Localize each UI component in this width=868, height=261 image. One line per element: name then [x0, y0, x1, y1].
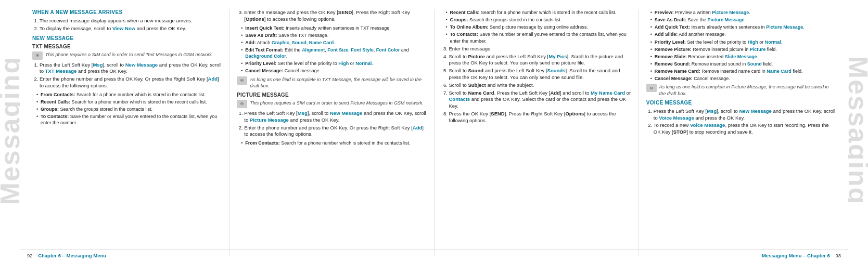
column-4: Preview: Preview a written Picture Messa… [639, 9, 843, 256]
list-item: Groups: Search the groups stored in the … [446, 17, 631, 23]
list-item: Add: Attach Graphic, Sound, Name Card. [241, 40, 426, 46]
footer-left-chapter: Chapter 6 – Messaging Menu [38, 253, 106, 258]
list-item: Remove Sound: Remove inserted sound in S… [650, 61, 836, 67]
col4-options: Preview: Preview a written Picture Messa… [646, 9, 836, 82]
section1-title: WHEN A NEW MESSAGE ARRIVES [32, 9, 222, 15]
list-item: To Online Album: Send picture message by… [446, 24, 631, 30]
note-box-4: ✉ As long as one field is complete in Pi… [646, 84, 836, 96]
note-text-1: This phone requires a SIM card in order … [45, 51, 213, 60]
txt-substeps: From Contacts: Search for a phone number… [32, 92, 222, 126]
txt-steps: Press the Left Soft Key [Msg], scroll to… [32, 62, 222, 89]
list-item: Scroll to Sound and press the Left Soft … [449, 68, 631, 81]
section1-list: The received message display appears whe… [32, 18, 222, 32]
list-item: The received message display appears whe… [40, 18, 222, 24]
list-item: Insert Quick Text: Inserts already writt… [241, 25, 426, 31]
watermark-left: Messaging [0, 0, 20, 261]
col2-substeps: Insert Quick Text: Inserts already writt… [237, 25, 426, 74]
subsection2-title: PICTURE MESSAGE [237, 92, 426, 98]
note-icon-3: ✉ [237, 100, 247, 108]
content-area: WHEN A NEW MESSAGE ARRIVES The received … [20, 0, 848, 261]
list-item: Recent Calls: Search for a phone number … [36, 99, 222, 105]
list-item: Cancel Message: Cancel message. [241, 68, 426, 74]
note-text-4: As long as one field is complete in Pict… [659, 84, 836, 96]
list-item: Enter the phone number and press the OK … [40, 76, 222, 89]
list-item: Enter the message and press the OK Key [… [244, 9, 426, 23]
list-item: Save As Draft: Save the TXT message. [241, 32, 426, 38]
list-item: Priority Level: Set the level of the pri… [650, 39, 836, 45]
note-box-1: ✉ This phone requires a SIM card in orde… [32, 51, 222, 60]
list-item: Remove Picture: Remove inserted picture … [650, 46, 836, 53]
list-item: Groups: Search the groups stored in the … [36, 106, 222, 112]
list-item: Scroll to Picture and press the Left Sof… [449, 54, 631, 67]
list-item: Enter the message. [449, 46, 631, 53]
list-item: To record a new Voice Message, press the… [654, 122, 836, 136]
list-item: From Contacts: Search for a phone number… [241, 140, 426, 146]
list-item: Recent Calls: Search for a phone number … [446, 9, 631, 16]
footer-left-page: 92 [27, 253, 33, 258]
voice-steps: Press the Left Soft Key [Msg], scroll to… [646, 108, 836, 136]
section3-title: VOICE MESSAGE [646, 100, 836, 106]
list-item: Scroll to Name Card. Press the Left Soft… [449, 90, 631, 110]
list-item: Press the Left Soft Key [Msg], scroll to… [654, 108, 836, 122]
footer-right-chapter: Messaging Menu – Chapter 6 [762, 253, 830, 258]
page-container: Messaging Messaging WHEN A NEW MESSAGE A… [0, 0, 868, 261]
list-item: Save As Draft: Save the Picture Message. [650, 17, 836, 23]
list-item: To display the message, scroll to View N… [40, 25, 222, 32]
column-1: WHEN A NEW MESSAGE ARRIVES The received … [25, 9, 229, 256]
list-item: To Contacts: Save the number or email yo… [36, 113, 222, 126]
list-item: Press the Left Soft Key [Msg], scroll to… [40, 62, 222, 75]
note-box-2: ✉ As long as one field is complete in TX… [237, 76, 426, 89]
subsection1-title: TXT MESSAGE [32, 44, 222, 49]
note-text-2: As long as one field is complete in TXT … [250, 76, 426, 89]
column-3: Recent Calls: Search for a phone number … [435, 9, 639, 256]
note-box-3: ✉ This phone requires a SIM card in orde… [237, 100, 426, 108]
col2-steps: Enter the message and press the OK Key [… [237, 9, 426, 23]
note-text-3: This phone requires a SIM card in order … [250, 100, 424, 108]
watermark-right: Messaging [848, 0, 868, 261]
list-item: Preview: Preview a written Picture Messa… [650, 9, 836, 16]
note-icon-2: ✉ [237, 76, 247, 85]
list-item: Add Slide: Add another message. [650, 31, 836, 37]
list-item: Scroll to Subject and write the subject. [449, 82, 631, 89]
col3-substeps: Recent Calls: Search for a phone number … [442, 9, 631, 44]
note-icon-1: ✉ [32, 51, 43, 60]
list-item: Remove Slide: Remove inserted Slide Mess… [650, 54, 836, 60]
pic-substeps: From Contacts: Search for a phone number… [237, 140, 426, 146]
footer-left: 92 Chapter 6 – Messaging Menu [27, 253, 106, 258]
list-item: Remove Name Card: Remove inserted name c… [650, 68, 836, 74]
list-item: Enter the phone number and press the OK … [244, 125, 426, 138]
section2-title: NEW MESSAGE [32, 35, 222, 41]
footer-bar: 92 Chapter 6 – Messaging Menu Messaging … [20, 250, 848, 261]
list-item: Cancel Message: Cancel message. [650, 75, 836, 82]
footer-right: Messaging Menu – Chapter 6 93 [762, 253, 841, 258]
list-item: Edit Text Format: Edit the Alignment, Fo… [241, 47, 426, 59]
list-item: Press the Left Soft Key [Msg], scroll to… [244, 110, 426, 124]
list-item: Priority Level: Set the level of the pri… [241, 60, 426, 67]
col3-steps: Enter the message. Scroll to Picture and… [442, 46, 631, 124]
list-item: From Contacts: Search for a phone number… [36, 92, 222, 98]
list-item: To Contacts: Save the number or email yo… [446, 31, 631, 44]
footer-right-page: 93 [835, 253, 841, 258]
list-item: Add Quick Text: Inserts already written … [650, 24, 836, 30]
column-2: Enter the message and press the OK Key [… [229, 9, 434, 256]
note-icon-4: ✉ [646, 84, 657, 92]
list-item: Press the OK Key [SEND]. Press the Right… [449, 111, 631, 124]
pic-steps: Press the Left Soft Key [Msg], scroll to… [237, 110, 426, 138]
